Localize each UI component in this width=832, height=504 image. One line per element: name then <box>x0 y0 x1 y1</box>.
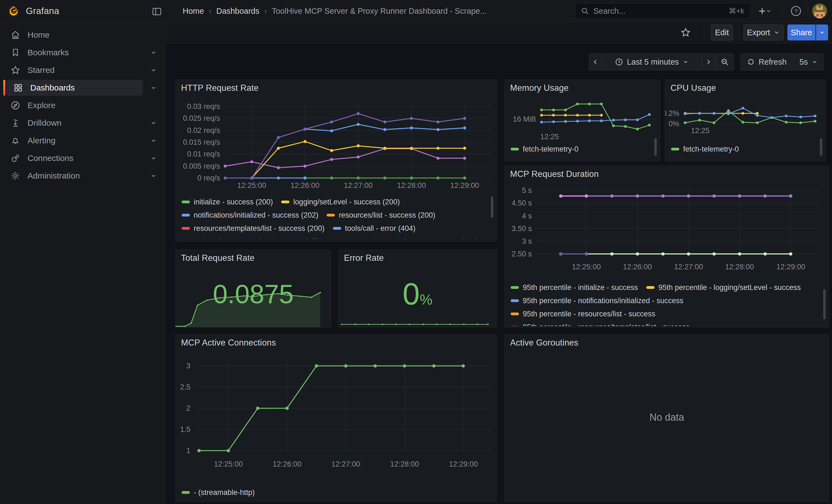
top-navigation-bar: Grafana Home › Dashboards › ToolHive MCP… <box>0 0 832 22</box>
legend-item[interactable]: tools/call - success (200) <box>182 237 276 239</box>
search-input[interactable]: Search... ⌘+k <box>575 3 750 19</box>
mcp-active-connections-chart[interactable]: 32.521.5112:25:0012:26:0012:27:0012:28:0… <box>176 351 497 488</box>
share-menu-button[interactable] <box>816 25 828 41</box>
refresh-button[interactable]: Refresh <box>740 53 794 71</box>
sidebar-item-administration[interactable]: Administration <box>3 168 143 184</box>
svg-text:4.50 s: 4.50 s <box>512 199 532 207</box>
error-rate-sparkline[interactable] <box>338 320 497 326</box>
breadcrumb-separator: › <box>264 7 267 16</box>
legend-item[interactable]: fetch-telemetry-0 <box>671 145 739 154</box>
legend-item[interactable]: tools/list - success (200) <box>284 237 375 239</box>
legend-item[interactable]: fetch-telemetry-0 <box>511 145 579 154</box>
chevron-down-icon[interactable] <box>148 133 159 149</box>
help-button[interactable]: ? <box>787 4 805 18</box>
share-button[interactable]: Share <box>787 25 815 41</box>
breadcrumb-home[interactable]: Home <box>183 7 204 16</box>
legend-item[interactable]: tools/call - error (404) <box>333 224 416 233</box>
sidebar-item-connections[interactable]: Connections <box>3 150 143 166</box>
export-button[interactable]: Export <box>744 25 784 41</box>
legend-label: fetch-telemetry-0 <box>683 145 739 154</box>
sidebar-item-label: Home <box>27 30 50 39</box>
panel-title[interactable]: MCP Active Connections <box>181 338 276 348</box>
no-data-message: No data <box>504 412 829 423</box>
legend-item[interactable]: 95th percentile - resources/templates/li… <box>511 323 690 326</box>
legend-item[interactable]: 95th percentile - logging/setLevel - suc… <box>646 283 801 292</box>
series-swatch <box>182 227 190 230</box>
time-shift-forward-button[interactable] <box>702 53 716 71</box>
series-swatch <box>646 286 654 289</box>
time-shift-back-button[interactable] <box>589 53 602 71</box>
mcp-request-duration-chart[interactable]: 5 s4.50 s4 s3.50 s3 s2.50 s12:25:0012:26… <box>504 182 830 276</box>
legend-item[interactable]: 95th percentile - resources/list - succe… <box>511 310 655 318</box>
edit-button[interactable]: Edit <box>711 25 733 41</box>
legend-item[interactable]: logging/setLevel - success (200) <box>281 198 400 206</box>
panel-title[interactable]: HTTP Request Rate <box>181 83 259 93</box>
search-placeholder: Search... <box>594 7 724 16</box>
sidebar-item-starred[interactable]: Starred <box>3 62 143 78</box>
chevron-down-icon[interactable] <box>148 115 159 131</box>
svg-text:12:27:00: 12:27:00 <box>674 263 703 271</box>
breadcrumb-dashboards[interactable]: Dashboards <box>216 7 259 16</box>
svg-text:12:25:00: 12:25:00 <box>237 181 266 190</box>
svg-text:0.03 req/s: 0.03 req/s <box>187 102 220 111</box>
favorite-star-icon[interactable] <box>680 27 691 38</box>
add-button[interactable]: + <box>755 4 775 18</box>
svg-text:12:25:00: 12:25:00 <box>572 263 601 271</box>
legend-scrollbar[interactable] <box>823 289 826 319</box>
legend-item[interactable]: notifications/initialized - success (202… <box>182 211 318 219</box>
chevron-down-icon[interactable] <box>148 80 159 96</box>
legend-item[interactable]: resources/templates/list - success (200) <box>182 224 324 233</box>
sidebar-item-drilldown[interactable]: Drilldown <box>3 115 143 131</box>
user-avatar[interactable] <box>812 4 827 19</box>
http-request-rate-chart[interactable]: 0 req/s0.005 req/s0.01 req/s0.015 req/s0… <box>176 97 497 195</box>
svg-text:2: 2 <box>186 404 190 413</box>
legend-scrollbar[interactable] <box>491 196 493 218</box>
chevron-down-icon[interactable] <box>148 62 159 78</box>
sidebar-toggle-icon[interactable] <box>151 5 163 18</box>
sidebar-item-home[interactable]: Home <box>3 27 143 43</box>
time-range-picker[interactable]: Last 5 minutes <box>602 53 701 71</box>
dashboard-toolbar: Edit Export Share <box>166 22 832 44</box>
chevron-down-icon[interactable] <box>148 150 159 166</box>
legend-item[interactable]: 95th percentile - notifications/initiali… <box>511 297 683 305</box>
zoom-out-button[interactable] <box>716 53 734 71</box>
breadcrumb-current[interactable]: ToolHive MCP Server & Proxy Runner Dashb… <box>272 7 487 16</box>
memory-usage-chart[interactable]: 16 MiB12:25 <box>504 95 660 150</box>
panel-title[interactable]: Error Rate <box>344 253 384 263</box>
gear-icon <box>10 170 21 181</box>
svg-text:0.015 req/s: 0.015 req/s <box>183 138 220 147</box>
legend-item[interactable]: 95th percentile - initialize - success <box>511 283 638 292</box>
panel-title[interactable]: MCP Request Duration <box>510 169 599 179</box>
legend-scrollbar[interactable] <box>820 138 822 156</box>
chart-legend: fetch-telemetry-0 <box>671 143 809 157</box>
legend-item[interactable]: - (streamable-http) <box>182 488 255 497</box>
legend-item[interactable]: unknown - success (200) <box>384 237 478 239</box>
sidebar-item-dashboards[interactable]: Dashboards <box>6 80 143 96</box>
legend-scrollbar[interactable] <box>654 138 657 156</box>
panel-title[interactable]: Total Request Rate <box>181 253 255 263</box>
sidebar-item-alerting[interactable]: Alerting <box>3 133 143 149</box>
panel-mcp-request-duration: MCP Request Duration 5 s4.50 s4 s3.50 s3… <box>504 166 829 327</box>
chevron-down-icon[interactable] <box>148 168 159 184</box>
chart-legend: - (streamable-http) <box>182 486 484 500</box>
grafana-logo-icon[interactable] <box>8 5 20 17</box>
svg-text:12:27:00: 12:27:00 <box>344 181 372 190</box>
panel-error-rate: Error Rate 0% <box>338 249 497 327</box>
sidebar-item-explore[interactable]: Explore <box>3 97 143 113</box>
series-swatch <box>511 313 519 315</box>
refresh-interval-picker[interactable]: 5s <box>794 53 824 71</box>
chevron-down-icon[interactable] <box>148 45 159 60</box>
legend-label: 95th percentile - resources/templates/li… <box>523 323 690 326</box>
brand-header: Grafana <box>0 0 166 22</box>
panel-title[interactable]: CPU Usage <box>671 83 716 93</box>
svg-text:12:28:00: 12:28:00 <box>390 460 419 468</box>
cpu-usage-chart[interactable]: 0.2%0%12:25 <box>665 95 826 150</box>
legend-item[interactable]: resources/list - success (200) <box>327 211 435 219</box>
legend-item[interactable]: initialize - success (200) <box>182 198 273 206</box>
sidebar-item-bookmarks[interactable]: Bookmarks <box>3 45 143 60</box>
chart-legend: 95th percentile - initialize - success 9… <box>511 281 819 326</box>
legend-label: 95th percentile - resources/list - succe… <box>523 310 655 318</box>
star-icon <box>10 65 21 76</box>
panel-title[interactable]: Memory Usage <box>510 83 569 93</box>
panel-title[interactable]: Active Goroutines <box>510 338 578 348</box>
